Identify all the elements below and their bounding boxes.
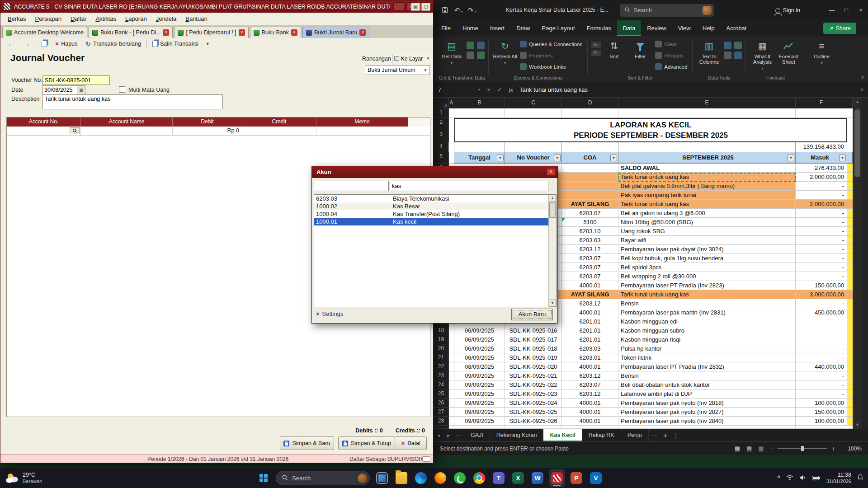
cell[interactable]: SDL-KK-0925-017 xyxy=(505,335,562,344)
cell[interactable]: 06/09/2025 xyxy=(454,326,505,335)
row-number[interactable]: 4 xyxy=(434,142,449,152)
cell[interactable]: 6203.07 xyxy=(562,263,618,272)
page-break-view-icon[interactable]: ▥ xyxy=(757,445,764,452)
sort-button[interactable]: ⇅Sort xyxy=(601,37,627,59)
recent-sources-icon[interactable] xyxy=(477,52,485,59)
cell[interactable]: Nitro 10tbg @50.000 (SBG) xyxy=(618,218,796,227)
ribbon-tab-home[interactable]: Home xyxy=(457,20,484,36)
cell[interactable]: 150.000,00 xyxy=(796,281,847,290)
cell[interactable]: - xyxy=(796,245,847,254)
from-web-icon[interactable] xyxy=(477,42,485,49)
cell[interactable] xyxy=(562,164,618,173)
cell[interactable]: Token listrik xyxy=(618,353,796,362)
save-icon[interactable] xyxy=(438,6,452,14)
vscode-icon[interactable] xyxy=(588,469,604,487)
battery-icon[interactable] xyxy=(812,474,821,482)
notification-bell-icon[interactable] xyxy=(857,474,863,482)
copy-button[interactable] xyxy=(39,40,50,48)
cell[interactable]: 09/09/2025 xyxy=(454,417,505,426)
minimize-button[interactable]: — xyxy=(393,2,404,11)
document-tab[interactable]: [ Perlu Diperbarui ! ]× xyxy=(174,27,248,38)
cell[interactable] xyxy=(847,380,853,389)
row-number[interactable]: 1 xyxy=(434,108,449,118)
cell[interactable]: SDL-KK-0925-026 xyxy=(505,417,562,426)
save-new-button[interactable]: Simpan & Baru xyxy=(280,436,334,450)
normal-view-icon[interactable]: ▦ xyxy=(734,445,741,452)
header-masuk[interactable]: Masuk▼ xyxy=(796,152,847,164)
delete-button[interactable]: ×Hapus xyxy=(52,39,80,48)
cell[interactable]: - xyxy=(796,326,847,335)
cell[interactable]: 4000.01 xyxy=(562,399,618,408)
cell[interactable] xyxy=(847,227,853,236)
row-number[interactable]: 25 xyxy=(434,389,449,399)
cell[interactable]: AYAT SILANG xyxy=(562,200,618,209)
account-option[interactable]: 6203.03Biaya Telekomunikasi xyxy=(314,195,548,202)
cell[interactable] xyxy=(847,142,853,152)
cell[interactable]: - xyxy=(796,344,847,353)
cell[interactable]: SDL-KK-0925-019 xyxy=(505,353,562,362)
cell[interactable] xyxy=(449,108,454,118)
cell[interactable]: 6203.12 xyxy=(562,389,618,399)
cell[interactable]: 2.000.000,00 xyxy=(796,200,847,209)
cell[interactable]: Pembayaran laser pak martin (Inv 2831) xyxy=(618,308,796,317)
powerpoint-icon[interactable] xyxy=(569,469,584,487)
cell[interactable] xyxy=(505,142,562,152)
cell[interactable] xyxy=(454,108,505,118)
cell[interactable]: 4000.01 xyxy=(562,281,618,290)
save-close-button[interactable]: Simpan & Tutup xyxy=(338,436,395,450)
weather-widget[interactable]: 29°C Berawan xyxy=(5,468,42,488)
cell[interactable] xyxy=(847,164,853,173)
close-dialog-button[interactable]: × xyxy=(547,168,555,176)
cell[interactable] xyxy=(847,399,853,408)
menu-jendela[interactable]: Jendela xyxy=(151,14,181,23)
cell[interactable] xyxy=(562,108,618,118)
description-input[interactable]: Tarik tunai untuk uang kas xyxy=(42,94,223,109)
copy-transaction-dropdown-icon[interactable]: ▼ xyxy=(204,41,212,47)
tab-detach-button[interactable]: ▢ xyxy=(421,3,430,11)
row-number[interactable]: 3 xyxy=(434,130,449,142)
cell[interactable]: 6203.03 xyxy=(562,344,618,353)
cell[interactable] xyxy=(847,108,853,118)
row-number[interactable]: 22 xyxy=(434,362,449,371)
cell[interactable]: Pembayaran laser pak nyoto (Inv 2827) xyxy=(618,408,796,417)
cell[interactable] xyxy=(847,389,853,399)
cell[interactable] xyxy=(847,245,853,254)
zoom-slider[interactable] xyxy=(778,448,827,449)
data-validation-icon[interactable] xyxy=(724,52,731,59)
cell[interactable]: 06/09/2025 xyxy=(454,344,505,353)
ribbon-tab-insert[interactable]: Insert xyxy=(484,20,511,36)
taskbar-search[interactable]: Search xyxy=(276,471,370,485)
cell[interactable]: 276.433,00 xyxy=(796,164,847,173)
cell[interactable]: 4000.01 xyxy=(562,308,618,317)
cell[interactable] xyxy=(454,142,505,152)
cell[interactable]: - xyxy=(796,263,847,272)
zoom-out-icon[interactable]: − xyxy=(769,445,773,452)
cell[interactable] xyxy=(449,130,454,142)
cell[interactable]: SDL-KK-0925-020 xyxy=(505,362,562,371)
scroll-up-icon[interactable]: ▲ xyxy=(549,195,556,202)
debit-cell[interactable]: Rp 0 xyxy=(173,127,242,135)
filter-dropdown-icon[interactable]: ▼ xyxy=(839,155,846,161)
row-number[interactable]: 28 xyxy=(434,417,449,426)
outline-button[interactable]: ≡Outline▾ xyxy=(808,37,835,65)
cell[interactable] xyxy=(847,299,853,308)
cell[interactable]: - xyxy=(796,227,847,236)
cell[interactable]: - xyxy=(796,353,847,362)
cell[interactable]: - xyxy=(796,317,847,326)
cell[interactable]: SDL-KK-0925-024 xyxy=(505,399,562,408)
cell[interactable] xyxy=(449,344,454,353)
filter-button[interactable]: Filter xyxy=(627,37,653,59)
cell[interactable]: 6203.07 xyxy=(562,209,618,218)
cell[interactable] xyxy=(618,108,796,118)
more-sheets-icon[interactable]: ⋯ xyxy=(649,432,660,439)
cell[interactable]: - xyxy=(796,380,847,389)
cell[interactable]: - xyxy=(796,335,847,344)
cell[interactable]: 6203.07 xyxy=(562,254,618,263)
ribbon-tab-view[interactable]: View xyxy=(672,20,697,36)
volume-icon[interactable] xyxy=(799,474,806,482)
cell[interactable]: - xyxy=(796,254,847,263)
cell[interactable]: 09/09/2025 xyxy=(454,380,505,389)
cell[interactable]: Pulsa hp kantor xyxy=(618,344,796,353)
cell[interactable] xyxy=(847,191,853,200)
cell[interactable] xyxy=(847,263,853,272)
